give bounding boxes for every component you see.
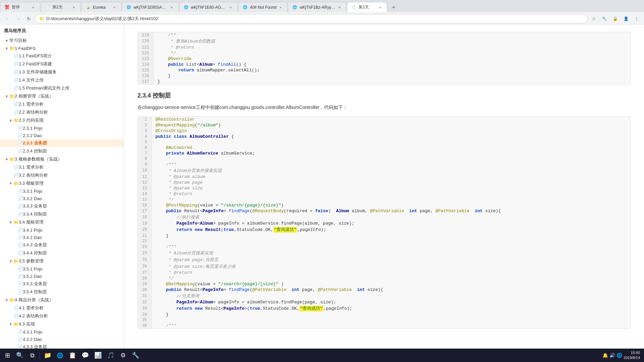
sidebar-item-2.3.3[interactable]: 📄 2.3.3 业务层 [0,139,124,147]
task-view-button[interactable]: ⧉ [26,349,38,361]
sidebar-item-3.4.4[interactable]: 📄 3.4.4 控制层 [0,249,124,257]
sidebar-item-4.3.3[interactable]: 📄 4.3.3 业务层 [0,343,124,349]
tab-paused[interactable]: 暂 暂停 × [0,2,40,12]
code-line: 22 [138,239,630,244]
expand-icon [12,329,17,335]
file-explorer-button[interactable]: 📁 [41,349,54,361]
chrome-button[interactable]: 🌐 [54,349,66,361]
new-tab-button[interactable]: + [389,3,398,12]
sidebar-item-goods-category[interactable]: ▼ 📁 4 商品分类（实战） [0,296,124,304]
sidebar-item-3.3[interactable]: ▼ 📁 3.3 模板管理 [0,179,124,187]
volume-icon[interactable]: 🔊 [609,353,615,358]
sidebar-item-4.3[interactable]: ▼ 📁 4.3 实现 [0,320,124,328]
tab-404-close[interactable]: × [278,5,283,10]
app3-button[interactable]: 📋 [66,349,79,361]
tab-404[interactable]: 🌐 404 Not Found × [238,2,287,12]
ext1-button[interactable]: 🔧 [600,14,609,23]
sidebar-item-3.3.2[interactable]: 📄 3.3.2 Dao [0,195,124,202]
ext3-button[interactable]: 👤 [621,14,631,23]
sidebar-item-4.2[interactable]: 📄 4.2 表结构分析 [0,312,124,320]
sidebar-item-fastdfs[interactable]: ▼ 📁 1 FastDFS [0,45,124,52]
expand-icon: ▼ [4,38,9,43]
sidebar-item-3.4.2[interactable]: 📄 3.4.2 Dao [0,234,124,241]
folder-icon: 📁 [9,298,15,303]
clock[interactable]: 15:60 2019/8/14 [624,350,640,361]
sidebar-item-3.4.3[interactable]: 📄 3.4.3 业务层 [0,241,124,249]
bookmark-button[interactable]: ☆ [589,14,598,23]
sidebar-item-1.3[interactable]: 📄 1.3 文件存储微服务 [0,68,124,76]
sidebar-item-album-mgmt[interactable]: ▼ 📁 2 相册管理（实战） [0,92,124,100]
sidebar-item-2.3.2[interactable]: 📄 2.3.2 Dao [0,132,124,139]
sidebar-item-4.3.1[interactable]: 📄 4.3.1 Pojo [0,328,124,336]
expand-icon [12,203,17,209]
address-bar[interactable]: 📁 D:/documents/changgou/讲义/day02/讲义/第2天.… [35,14,588,23]
sidebar-item-1.1[interactable]: 📄 1.1 FastDFS简介 [0,52,124,60]
sidebar-item-1.5[interactable]: 📄 1.5 Postman测试文件上传 [0,84,124,92]
sidebar-item-3.5.4[interactable]: 📄 3.5.4 控制层 [0,288,124,296]
network-icon[interactable]: 🌐 [616,353,622,358]
tab-eureka[interactable]: 🍃 Eureka × [81,2,121,12]
search-button[interactable]: 🔍 [13,349,26,361]
tab-eureka-icon: 🍃 [86,5,91,10]
sidebar-item-3.3.4[interactable]: 📄 3.3.4 控制层 [0,210,124,218]
sidebar-item-2.3.1[interactable]: 📄 2.3.1 Pojo [0,124,124,132]
sidebar-item-2.3[interactable]: ▼ 📁 2.3 代码实现 [0,116,124,124]
notification-icon[interactable]: 🔔 [602,353,608,358]
expand-icon [8,313,13,319]
tab-wk2[interactable]: 🌐 wKjThF1E80-AG268AAn... × [179,2,238,12]
sidebar-item-3.3.3[interactable]: 📄 3.3.3 业务层 [0,202,124,210]
app8-button[interactable]: 🔧 [129,349,142,361]
sidebar-item-3.3.1[interactable]: 📄 3.3.1 Pojo [0,187,124,195]
sidebar-item-2.3.4[interactable]: 📄 2.3.4 控制层 [0,147,124,155]
doc-icon: 📄 [17,251,23,256]
sidebar-item-3.5.3[interactable]: 📄 3.5.3 业务层 [0,280,124,288]
expand-icon: ▼ [4,157,9,162]
sidebar-item-3.4.1[interactable]: 📄 3.4.1 Pojo [0,226,124,234]
sidebar-item-spec-template[interactable]: ▼ 📁 3 规格参数模板（实战） [0,155,124,163]
sidebar-item-1.4[interactable]: 📄 1.4 文件上传 [0,76,124,84]
sidebar-item-4.1[interactable]: 📄 4.1 需求分析 [0,304,124,312]
sidebar-item-3.5.2[interactable]: 📄 3.5.2 Dao [0,273,124,280]
start-button[interactable]: ⊞ [1,349,13,361]
lock-icon: 📁 [39,16,44,21]
sidebar-item-1.2[interactable]: 📄 1.2 FastDFS搭建 [0,60,124,68]
sidebar-label: 1.1 FastDFS简介 [19,53,52,59]
tab-eureka-close[interactable]: × [112,5,117,10]
app6-button[interactable]: 🎵 [104,349,117,361]
tab-day1[interactable]: 📄 第1天 × [347,2,387,12]
sidebar-item-3.5.1[interactable]: 📄 3.5.1 Pojo [0,265,124,273]
folder-icon: 📁 [9,94,15,99]
expand-icon: ▼ [4,94,9,99]
sidebar-item-3.1[interactable]: 📄 3.1 需求分析 [0,163,124,171]
back-button[interactable]: ← [3,14,12,23]
tab-wk3-close[interactable]: × [337,5,342,10]
sidebar-label: 2.3.1 Pojo [23,126,43,131]
sidebar-item-3.5[interactable]: ▼ 📁 3.5 参数管理 [0,257,124,265]
doc-icon: 📄 [17,126,23,131]
sidebar-label: 3.5.3 业务层 [23,281,47,287]
folder-icon: 📁 [9,157,15,162]
doc-icon: 📄 [17,133,23,138]
forward-button[interactable]: → [13,14,23,23]
tab-wk3[interactable]: 🌐 wKjThF1Bz-ARyySAAoA... × [288,2,346,12]
tab-day2[interactable]: 📄 第2天 × [41,2,81,12]
app5-button[interactable]: 📊 [92,349,104,361]
tab-day2-close[interactable]: × [71,5,76,10]
app7-button[interactable]: ⚙ [117,349,129,361]
sidebar-item-study-goals[interactable]: ▼ 学习目标 [0,37,124,45]
tab-wk1-close[interactable]: × [169,5,174,10]
tab-paused-close[interactable]: × [31,5,36,10]
sidebar-item-2.1[interactable]: 📄 2.1 需求分析 [0,100,124,108]
sidebar-header[interactable]: 黑马程序员 [0,25,124,37]
tab-wk2-close[interactable]: × [228,5,233,10]
ext2-button[interactable]: 🔒 [610,14,620,23]
reload-button[interactable]: ↻ [24,14,34,23]
sidebar-item-2.2[interactable]: 📄 2.2 表结构分析 [0,108,124,116]
menu-button[interactable]: ⋮ [632,14,641,23]
tab-day1-close[interactable]: × [377,5,383,10]
sidebar-item-4.3.2[interactable]: 📄 4.3.2 Dao [0,336,124,343]
app4-button[interactable]: 💬 [79,349,92,361]
tab-wk1[interactable]: 🌐 wKjThF1E95SAZkDVAAn... × [122,2,179,12]
sidebar-item-3.4[interactable]: ▼ 📁 3.4 规格管理 [0,218,124,226]
sidebar-item-3.2[interactable]: 📄 3.2 表结构分析 [0,171,124,179]
